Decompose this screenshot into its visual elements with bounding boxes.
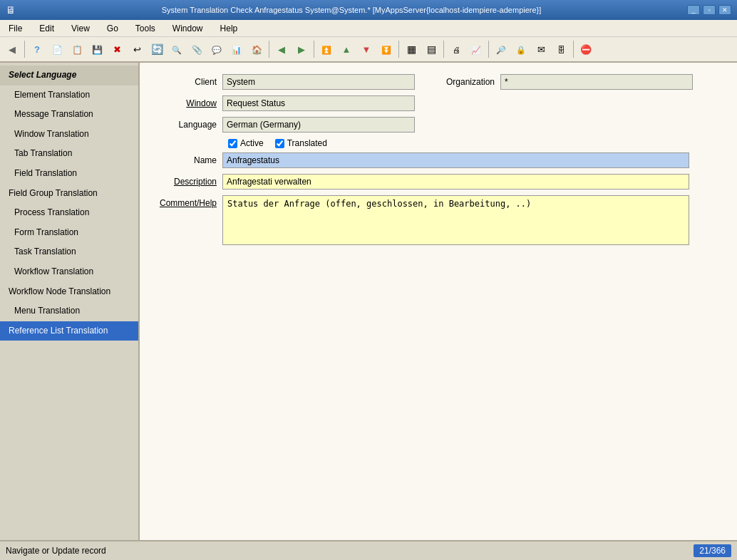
menu-go[interactable]: Go: [104, 22, 121, 35]
translated-checkbox[interactable]: [275, 139, 284, 148]
sidebar-item-form-translation[interactable]: Form Translation: [0, 223, 138, 243]
window-input[interactable]: [222, 95, 415, 111]
sidebar-item-window-translation[interactable]: Window Translation: [0, 125, 138, 145]
window-row: Window: [151, 95, 726, 111]
back-button[interactable]: [3, 40, 21, 58]
org-group: Organization: [429, 74, 693, 90]
minimize-button[interactable]: _: [687, 5, 700, 15]
report-button[interactable]: [467, 40, 485, 58]
restore-button[interactable]: ▫: [703, 5, 716, 15]
undo-button[interactable]: [128, 40, 146, 58]
toolbar-sep-3: [314, 41, 314, 58]
chat-button[interactable]: [207, 40, 226, 58]
new-button[interactable]: [48, 40, 66, 58]
menu-help[interactable]: Help: [217, 22, 241, 35]
name-input[interactable]: [222, 152, 689, 168]
prev-button[interactable]: [272, 40, 291, 58]
language-label: Language: [151, 120, 222, 130]
copy-button[interactable]: [68, 40, 86, 58]
active-checkbox[interactable]: [228, 139, 237, 148]
sidebar-item-task-translation[interactable]: Task Translation: [0, 242, 138, 262]
record-counter: 21/366: [694, 544, 731, 557]
checkbox-row: Active Translated: [228, 138, 726, 148]
archive-button[interactable]: [552, 40, 570, 58]
description-input[interactable]: [222, 174, 689, 190]
print-button[interactable]: [447, 40, 465, 58]
comment-help-label: Comment/Help: [151, 195, 222, 208]
content-area: Client Organization Window Language Acti…: [140, 63, 737, 540]
refresh-button[interactable]: 🔄: [148, 40, 166, 58]
toolbar-sep-6: [488, 41, 489, 58]
sidebar-item-process-translation[interactable]: Process Translation: [0, 203, 138, 223]
comment-help-textarea[interactable]: Status der Anfrage (offen, geschlossen, …: [222, 195, 689, 245]
language-input[interactable]: [222, 117, 415, 133]
save-button[interactable]: [88, 40, 106, 58]
title-bar-controls: _ ▫ ✕: [687, 5, 731, 15]
first-button[interactable]: [317, 40, 336, 58]
menu-view[interactable]: View: [68, 22, 93, 35]
toolbar: 🔄: [0, 37, 737, 63]
sidebar-item-field-group-translation[interactable]: Field Group Translation: [0, 184, 138, 204]
toolbar-sep-7: [573, 41, 574, 58]
name-label: Name: [151, 155, 222, 165]
sidebar-item-reference-list-translation[interactable]: Reference List Translation: [0, 321, 138, 341]
comment-help-row: Comment/Help Status der Anfrage (offen, …: [151, 195, 726, 245]
sidebar-item-workflow-translation[interactable]: Workflow Translation: [0, 262, 138, 282]
sidebar-item-workflow-node-translation[interactable]: Workflow Node Translation: [0, 282, 138, 302]
active-label: Active: [240, 138, 264, 148]
help-button[interactable]: [28, 40, 46, 58]
sidebar-item-select-language[interactable]: Select Language: [0, 66, 138, 85]
sidebar-item-field-translation[interactable]: Field Translation: [0, 164, 138, 184]
main-area: Select Language Element Translation Mess…: [0, 63, 737, 540]
client-group: Client: [151, 74, 415, 90]
up-button[interactable]: [337, 40, 356, 58]
title-bar: 🖥 System Translation Check Anfragestatus…: [0, 0, 737, 20]
menu-edit[interactable]: Edit: [36, 22, 57, 35]
org-input[interactable]: [500, 74, 693, 90]
name-row: Name: [151, 152, 726, 168]
org-label: Organization: [429, 77, 500, 87]
next-button[interactable]: [292, 40, 311, 58]
sidebar-item-tab-translation[interactable]: Tab Translation: [0, 144, 138, 164]
find-button[interactable]: [168, 40, 186, 58]
exit-button[interactable]: [577, 40, 595, 58]
active-checkbox-group: Active: [228, 138, 264, 148]
toolbar-sep-1: [24, 41, 25, 58]
toolbar-sep-4: [398, 41, 399, 58]
description-row: Description: [151, 174, 726, 190]
app-icon: 🖥: [6, 4, 16, 16]
sidebar-item-element-translation[interactable]: Element Translation: [0, 85, 138, 105]
window-label: Window: [151, 98, 222, 108]
mail-button[interactable]: [532, 40, 550, 58]
status-message: Navigate or Update record: [6, 546, 106, 556]
toolbar-sep-5: [443, 41, 444, 58]
description-label: Description: [151, 177, 222, 187]
close-button[interactable]: ✕: [718, 5, 731, 15]
menu-file[interactable]: File: [6, 22, 25, 35]
title-bar-left: 🖥: [6, 4, 16, 16]
menu-tools[interactable]: Tools: [133, 22, 158, 35]
translated-checkbox-group: Translated: [275, 138, 327, 148]
client-label: Client: [151, 77, 222, 87]
client-input[interactable]: [222, 74, 415, 90]
title-bar-title: System Translation Check Anfragestatus S…: [16, 6, 687, 14]
toggle-grid-button[interactable]: [402, 40, 421, 58]
sidebar: Select Language Element Translation Mess…: [0, 63, 140, 540]
zoom-button[interactable]: [492, 40, 510, 58]
client-org-row: Client Organization: [151, 74, 726, 90]
status-bar: Navigate or Update record 21/366: [0, 540, 737, 560]
menu-bar: File Edit View Go Tools Window Help: [0, 20, 737, 37]
home-button[interactable]: [247, 40, 266, 58]
attach-button[interactable]: [187, 40, 206, 58]
down-button[interactable]: [357, 40, 376, 58]
translated-label: Translated: [287, 138, 327, 148]
sidebar-item-message-translation[interactable]: Message Translation: [0, 105, 138, 125]
grid-button[interactable]: [227, 40, 246, 58]
sidebar-item-menu-translation[interactable]: Menu Translation: [0, 301, 138, 321]
toggle-form-button[interactable]: [422, 40, 440, 58]
lock-button[interactable]: [512, 40, 530, 58]
last-button[interactable]: [377, 40, 396, 58]
menu-window[interactable]: Window: [170, 22, 206, 35]
language-row: Language: [151, 117, 726, 133]
delete-button[interactable]: [108, 40, 126, 58]
